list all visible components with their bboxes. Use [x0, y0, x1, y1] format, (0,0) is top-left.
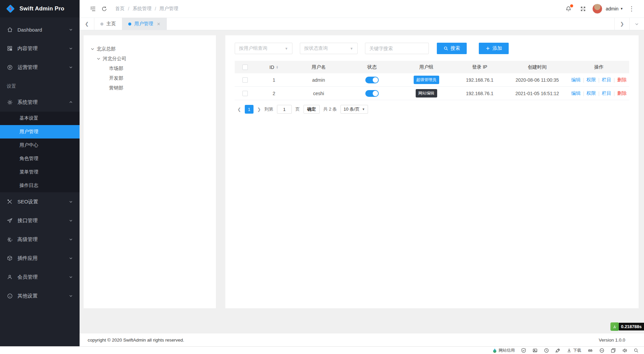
goto-page-input[interactable] [277, 105, 292, 114]
sort-icon[interactable]: ▲▼ [276, 66, 279, 69]
caret-down-icon: ▼ [620, 7, 623, 10]
sidebar-item-label: 运营管理 [17, 64, 38, 71]
next-page-icon[interactable]: ❯ [257, 107, 261, 112]
reading-mode-icon[interactable] [588, 348, 593, 353]
screenshot-icon[interactable] [533, 348, 538, 353]
tabs-menu-icon[interactable] [629, 18, 644, 30]
chevron-down-icon [69, 237, 73, 242]
tab-dot [100, 23, 103, 26]
search-button[interactable]: 搜索 [437, 43, 467, 54]
cell-created: 2021-01-05 16:51:12 [506, 91, 568, 96]
site-credit-button[interactable]: 网站信用 [493, 348, 515, 353]
download-button[interactable]: 下载 [567, 348, 581, 353]
close-tab-icon[interactable]: ✕ [157, 22, 160, 27]
sidebar-item-label: 插件应用 [17, 255, 38, 262]
clear-trace-icon[interactable] [599, 348, 604, 353]
tree-caret-icon[interactable] [90, 47, 95, 51]
plus-icon [486, 46, 490, 51]
sidebar-item-operation-log[interactable]: 操作日志 [0, 179, 80, 192]
group-filter-select[interactable]: 按用户组查询 ▼ [235, 43, 292, 54]
sidebar-item-basic-settings[interactable]: 基本设置 [0, 112, 80, 125]
main-column: 首页 / 系统管理 / 用户管理 admin ▼ ⋮ [80, 0, 644, 346]
sidebar-item-api[interactable]: 接口管理 [0, 211, 80, 230]
delete-link[interactable]: 删除 [617, 77, 627, 83]
submenu-label: 用户中心 [19, 142, 38, 148]
sidebar-item-dashboard[interactable]: Dashboard [0, 20, 80, 39]
sidebar-item-seo[interactable]: SEO设置 [0, 192, 80, 211]
status-toggle[interactable] [365, 90, 379, 97]
avatar[interactable] [592, 4, 602, 14]
sidebar-menu: Dashboard 内容管理 运营管理 [0, 17, 80, 305]
security-shield-icon[interactable] [521, 348, 526, 353]
edit-link[interactable]: 编辑 [571, 90, 581, 96]
sidebar-item-content[interactable]: 内容管理 [0, 39, 80, 58]
page-search-icon[interactable] [634, 348, 639, 353]
fullscreen-icon[interactable] [578, 3, 589, 14]
tree-node-leaf[interactable]: 市场部 [90, 64, 216, 73]
select-all-checkbox[interactable] [242, 65, 248, 70]
status-toggle[interactable] [365, 77, 379, 83]
tree-node-root[interactable]: 北京总部 [90, 44, 216, 54]
column-link[interactable]: 栏目 [602, 90, 611, 96]
tree-node-leaf[interactable]: 营销部 [90, 83, 216, 93]
tabs-scroll-left-icon[interactable]: ❮ [80, 18, 94, 30]
row-checkbox[interactable] [242, 91, 248, 96]
sidebar-item-label: 接口管理 [17, 218, 38, 224]
more-options-icon[interactable]: ⋮ [627, 5, 637, 12]
action-separator: | [613, 91, 615, 96]
tree-node-leaf[interactable]: 开发部 [90, 73, 216, 83]
edit-link[interactable]: 编辑 [571, 77, 581, 83]
submenu-label: 用户管理 [19, 129, 38, 135]
cube-icon [7, 255, 13, 261]
sidebar-item-members[interactable]: 会员管理 [0, 268, 80, 286]
permission-link[interactable]: 权限 [587, 90, 596, 96]
boost-rocket-icon[interactable] [555, 348, 560, 353]
page-number-current[interactable]: 1 [245, 105, 254, 114]
chevron-down-icon: ▼ [350, 47, 353, 50]
tree-caret-icon[interactable] [96, 56, 101, 61]
keyword-search-input[interactable] [365, 43, 429, 54]
collapse-sidebar-icon[interactable] [87, 3, 98, 14]
breadcrumb-home[interactable]: 首页 [115, 6, 125, 12]
thinkphp-logo-icon [610, 322, 619, 331]
delete-link[interactable]: 删除 [617, 90, 627, 96]
download-label: 下载 [573, 348, 581, 353]
sidebar-item-advanced[interactable]: 高级管理 [0, 230, 80, 249]
action-separator: | [598, 91, 600, 96]
sidebar-item-operation[interactable]: 运营管理 [0, 58, 80, 77]
header-label: ID [270, 65, 274, 70]
permission-link[interactable]: 权限 [587, 77, 596, 83]
sidebar-item-label: SEO设置 [17, 199, 38, 205]
sidebar-item-menu-management[interactable]: 菜单管理 [0, 165, 80, 179]
tabs-scroll-right-icon[interactable]: ❯ [614, 18, 629, 30]
sidebar-item-user-management[interactable]: 用户管理 [0, 125, 80, 139]
volume-icon[interactable] [622, 348, 627, 353]
browser-statusbar: 网站信用 下载 [0, 346, 644, 354]
confirm-page-button[interactable]: 确定 [304, 105, 320, 114]
column-link[interactable]: 栏目 [602, 77, 611, 83]
header-id[interactable]: ID ▲▼ [256, 65, 292, 70]
action-separator: | [583, 77, 584, 83]
refresh-icon[interactable] [98, 3, 110, 14]
filter-toolbar: 按用户组查询 ▼ 按状态查询 ▼ 搜索 添加 [235, 43, 629, 54]
add-button[interactable]: 添加 [479, 43, 509, 54]
prev-page-icon[interactable]: ❮ [237, 107, 241, 112]
notifications-button[interactable] [563, 3, 574, 14]
per-page-select[interactable]: 10 条/页 ▼ [340, 105, 368, 114]
sidebar-section-settings: 设置 [0, 77, 80, 93]
breadcrumb-system[interactable]: 系统管理 [133, 6, 151, 12]
sidebar-item-plugins[interactable]: 插件应用 [0, 249, 80, 268]
sidebar-item-other[interactable]: 其他设置 [0, 286, 80, 305]
breadcrumb: 首页 / 系统管理 / 用户管理 [115, 6, 178, 12]
tab-home[interactable]: 主页 [94, 18, 122, 30]
sidebar-item-role-management[interactable]: 角色管理 [0, 152, 80, 165]
sidebar-item-user-center[interactable]: 用户中心 [0, 139, 80, 152]
history-icon[interactable] [544, 348, 549, 353]
status-filter-select[interactable]: 按状态查询 ▼ [300, 43, 358, 54]
tree-node-branch[interactable]: 河北分公司 [90, 54, 216, 64]
window-layout-icon[interactable] [611, 348, 616, 353]
tab-user-management[interactable]: 用户管理 ✕ [122, 18, 167, 30]
row-checkbox[interactable] [242, 77, 248, 83]
sidebar-item-system[interactable]: 系统管理 [0, 93, 80, 112]
user-menu[interactable]: admin ▼ [606, 6, 623, 11]
